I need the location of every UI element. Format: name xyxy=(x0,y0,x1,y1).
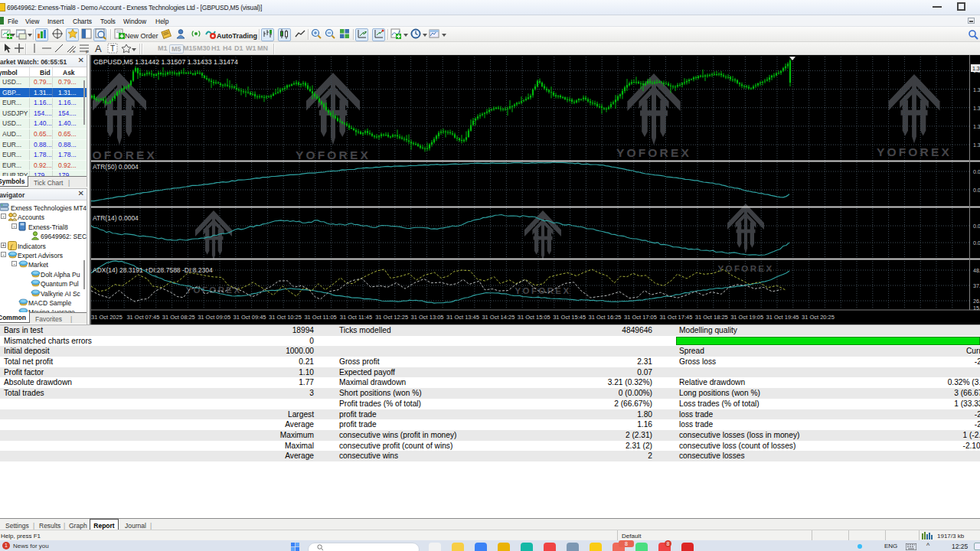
svg-text:31 Oct 14:25: 31 Oct 14:25 xyxy=(482,314,514,321)
svg-text:e: e xyxy=(73,49,76,54)
svg-text:31 Oct 11:05: 31 Oct 11:05 xyxy=(304,314,336,321)
svg-text:31 Oct 16:25: 31 Oct 16:25 xyxy=(589,314,622,321)
svg-text:31 Oct 10:25: 31 Oct 10:25 xyxy=(269,314,302,321)
svg-text:15.: 15. xyxy=(973,305,980,311)
svg-text:YOFOREX: YOFOREX xyxy=(717,264,773,273)
svg-text:YOFOREX: YOFOREX xyxy=(514,286,570,295)
svg-text:YOFOREX: YOFOREX xyxy=(616,146,691,159)
svg-text:31 Oct 09:45: 31 Oct 09:45 xyxy=(234,314,266,321)
svg-text:0.00: 0.00 xyxy=(973,223,980,229)
svg-text:31 Oct 18:25: 31 Oct 18:25 xyxy=(695,314,728,321)
svg-text:31 Oct 08:25: 31 Oct 08:25 xyxy=(162,314,195,321)
svg-text:31 Oct 07:45: 31 Oct 07:45 xyxy=(126,314,159,321)
svg-text:1.31: 1.31 xyxy=(973,87,980,93)
svg-text:YOFOREX: YOFOREX xyxy=(185,285,241,295)
svg-text:31 Oct 15:05: 31 Oct 15:05 xyxy=(518,314,550,321)
svg-text:T: T xyxy=(110,44,115,53)
svg-text:1.31: 1.31 xyxy=(973,106,980,111)
svg-text:31 Oct 20:25: 31 Oct 20:25 xyxy=(802,314,835,321)
svg-text:31 Oct 17:05: 31 Oct 17:05 xyxy=(624,314,657,321)
svg-text:48.: 48. xyxy=(973,268,980,273)
svg-text:1.31: 1.31 xyxy=(973,124,980,129)
svg-text:0.00: 0.00 xyxy=(973,187,980,193)
svg-text:31 Oct 19:05: 31 Oct 19:05 xyxy=(730,314,763,321)
svg-text:F: F xyxy=(86,50,89,54)
svg-text:37.: 37. xyxy=(973,283,980,289)
svg-text:0.00: 0.00 xyxy=(973,169,980,174)
svg-text:31 Oct 12:25: 31 Oct 12:25 xyxy=(375,314,408,321)
svg-text:31 Oct 17:45: 31 Oct 17:45 xyxy=(659,314,692,321)
svg-text:0.00: 0.00 xyxy=(973,240,980,246)
svg-text:ATR(50) 0.0004: ATR(50) 0.0004 xyxy=(93,163,139,171)
svg-text:A: A xyxy=(95,43,102,54)
svg-text:31 Oct 09:05: 31 Oct 09:05 xyxy=(198,314,230,321)
svg-text:1.31: 1.31 xyxy=(973,142,980,148)
svg-text:YOFOREX: YOFOREX xyxy=(877,145,952,158)
svg-text:YOFOREX: YOFOREX xyxy=(296,148,371,161)
svg-text:31 Oct 2025: 31 Oct 2025 xyxy=(91,314,122,321)
svg-text:31 Oct 13:05: 31 Oct 13:05 xyxy=(411,314,444,321)
svg-text:31 Oct 11:45: 31 Oct 11:45 xyxy=(340,314,372,321)
svg-text:31 Oct 13:45: 31 Oct 13:45 xyxy=(446,314,479,321)
svg-text:YOFOREX: YOFOREX xyxy=(90,148,157,161)
svg-text:31 Oct 19:45: 31 Oct 19:45 xyxy=(766,314,799,321)
svg-text:ATR(14) 0.0004: ATR(14) 0.0004 xyxy=(93,214,139,222)
svg-text:GBPUSD,M5 1.31442 1.31507 1.3: GBPUSD,M5 1.31442 1.31507 1.31433 1.3147… xyxy=(93,58,238,66)
svg-text:ADX(14) 28.3191 +DI:28.7588 -D: ADX(14) 28.3191 +DI:28.7588 -DI:8.2304 xyxy=(93,266,213,274)
svg-text:31 Oct 15:45: 31 Oct 15:45 xyxy=(553,314,586,321)
svg-text:1.3: 1.3 xyxy=(972,66,980,71)
svg-text:26.: 26. xyxy=(973,298,980,304)
